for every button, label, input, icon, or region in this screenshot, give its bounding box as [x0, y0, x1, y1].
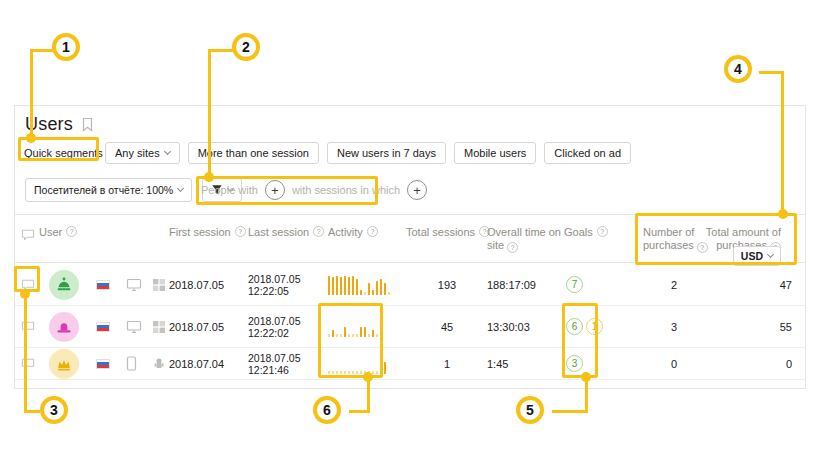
col-first-session: First session? — [169, 226, 246, 239]
goal-badge[interactable]: 6 — [566, 318, 583, 335]
device-icon — [126, 348, 137, 379]
col-last-session: Last session? — [248, 226, 324, 239]
segment-any-sites[interactable]: Any sites — [105, 142, 180, 164]
user-avatar[interactable] — [49, 270, 79, 300]
total-sessions-value: 193 — [406, 264, 488, 305]
callout-6: 6 — [313, 396, 341, 424]
comment-bubble-icon — [21, 229, 35, 241]
with-sessions-label: with sessions in which — [292, 184, 400, 196]
callout-2: 2 — [232, 33, 260, 61]
first-session-value: 2018.07.05 — [169, 306, 224, 347]
users-report-panel: Users Quick segments ? Any sites More th… — [14, 105, 806, 389]
col-overall-time: Overall time on site? — [487, 226, 563, 252]
activity-sparkline — [328, 264, 390, 305]
callout-5: 5 — [516, 396, 544, 424]
connector-dot — [581, 372, 591, 382]
overall-time-value: 1:45 — [487, 348, 508, 379]
first-session-value: 2018.07.05 — [169, 264, 224, 305]
goal-badge[interactable]: 7 — [566, 276, 583, 293]
connector-line — [24, 410, 40, 413]
overall-time-value: 13:30:03 — [487, 306, 530, 347]
user-avatar[interactable] — [49, 312, 79, 342]
country-flag-ru — [96, 264, 110, 305]
info-icon[interactable]: ? — [507, 242, 518, 253]
purchases-value: 2 — [643, 264, 705, 305]
chevron-down-icon — [164, 148, 171, 155]
info-icon[interactable]: ? — [66, 226, 77, 237]
segment-clicked-on-ad[interactable]: Clicked on ad — [544, 142, 631, 164]
os-icon — [152, 348, 166, 379]
connector-dot — [204, 172, 214, 182]
col-goals: Goals? — [564, 226, 608, 239]
connector-dot — [778, 209, 788, 219]
currency-dropdown[interactable]: USD — [733, 246, 781, 266]
last-session-value: 2018.07.0512:22:05 — [248, 264, 301, 305]
col-activity: Activity? — [328, 226, 378, 239]
info-icon[interactable]: ? — [597, 226, 608, 237]
col-user: User? — [39, 226, 77, 239]
first-session-value: 2018.07.04 — [169, 348, 224, 379]
callout-4: 4 — [724, 55, 752, 83]
add-user-condition-button[interactable]: + — [265, 180, 285, 200]
add-session-condition-button[interactable]: + — [407, 180, 427, 200]
chevron-down-icon — [177, 185, 184, 192]
connector-line — [367, 377, 370, 413]
connector-dot — [20, 289, 30, 299]
segment-builder: People with + with sessions in which + — [201, 178, 427, 202]
connector-line — [30, 49, 33, 138]
total-amount-value: 0 — [786, 348, 792, 379]
segment-new-users-7-days[interactable]: New users in 7 days — [327, 142, 446, 164]
info-icon[interactable]: ? — [313, 226, 324, 237]
info-icon[interactable]: ? — [367, 226, 378, 237]
goals-badges: 61 — [566, 306, 603, 347]
goal-badge[interactable]: 1 — [586, 318, 603, 335]
total-amount-value: 47 — [780, 264, 792, 305]
purchases-value: 0 — [643, 348, 705, 379]
connector-line — [552, 410, 588, 413]
connector-dot — [26, 133, 36, 143]
connector-line — [30, 49, 53, 52]
activity-sparkline — [328, 348, 386, 379]
os-icon — [152, 306, 166, 347]
connector-line — [585, 377, 588, 413]
visitors-in-report-dropdown[interactable]: Посетителей в отчёте: 100% — [25, 178, 192, 202]
table-header: User? First session? Last session? Activ… — [15, 214, 805, 263]
table-row: 2018.07.04 2018.07.0512:21:46 1 1:45 3 0… — [15, 348, 805, 380]
connector-line — [781, 71, 784, 214]
bookmark-icon[interactable] — [81, 117, 94, 132]
country-flag-ru — [96, 348, 110, 379]
device-icon — [126, 264, 142, 305]
table-body: 2018.07.05 2018.07.0512:22:05 193 188:17… — [15, 264, 805, 380]
chevron-down-icon — [767, 251, 774, 258]
table-row: 2018.07.05 2018.07.0512:22:02 45 13:30:0… — [15, 306, 805, 348]
total-amount-value: 55 — [780, 306, 792, 347]
connector-line — [208, 49, 233, 52]
device-icon — [126, 306, 142, 347]
table-row: 2018.07.05 2018.07.0512:22:05 193 188:17… — [15, 264, 805, 306]
col-total-sessions: Total sessions? — [406, 226, 490, 239]
segment-chips: Any sites More than one session New user… — [105, 142, 631, 164]
connector-line — [208, 49, 211, 177]
overall-time-value: 188:17:09 — [487, 264, 536, 305]
callout-3: 3 — [40, 396, 68, 424]
user-avatar[interactable] — [49, 349, 79, 379]
total-sessions-value: 1 — [406, 348, 488, 379]
goal-badge[interactable]: 3 — [566, 355, 583, 372]
callout-1: 1 — [52, 33, 80, 61]
quick-segments-label[interactable]: Quick segments ? — [24, 147, 118, 159]
connector-line — [24, 292, 27, 413]
connector-dot — [363, 372, 373, 382]
purchases-value: 3 — [643, 306, 705, 347]
activity-sparkline — [328, 306, 382, 347]
os-icon — [152, 264, 166, 305]
last-session-value: 2018.07.0512:21:46 — [248, 348, 301, 379]
info-icon[interactable]: ? — [235, 226, 246, 237]
goals-badges: 7 — [566, 264, 583, 305]
segment-mobile-users[interactable]: Mobile users — [454, 142, 536, 164]
last-session-value: 2018.07.0512:22:02 — [248, 306, 301, 347]
total-sessions-value: 45 — [406, 306, 488, 347]
country-flag-ru — [96, 306, 110, 347]
people-with-label: People with — [201, 184, 258, 196]
